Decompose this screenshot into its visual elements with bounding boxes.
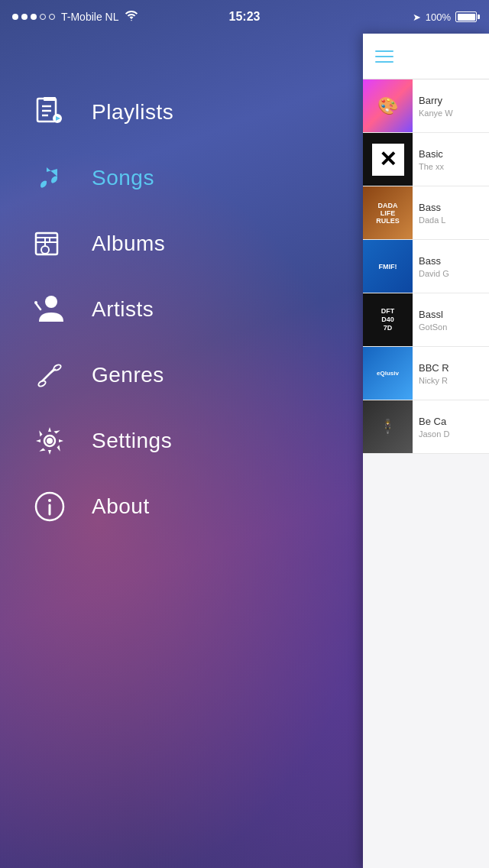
list-item[interactable]: eQlusiv BBC R Nicky R — [363, 347, 489, 400]
album-art-barry: 🎨 — [363, 79, 413, 133]
art-barry: 🎨 — [363, 79, 413, 133]
svg-point-21 — [47, 438, 53, 444]
list-item[interactable]: DADALIFERULES Bass Dada L — [363, 186, 489, 240]
battery-icon — [455, 11, 477, 22]
playlists-icon — [31, 93, 69, 131]
song-title: BBC R — [419, 362, 483, 374]
svg-point-10 — [41, 246, 49, 254]
status-left: T-Mobile NL — [12, 11, 138, 24]
song-info-barry: Barry Kanye W — [413, 90, 489, 122]
playlists-label: Playlists — [92, 100, 173, 125]
carrier-name: T-Mobile NL — [61, 11, 118, 23]
songs-label: Songs — [92, 166, 154, 190]
svg-line-14 — [36, 303, 40, 309]
svg-point-19 — [37, 380, 47, 387]
song-artist: Jason D — [419, 429, 483, 439]
song-info-dada: Bass Dada L — [413, 197, 489, 229]
sidebar-item-playlists[interactable]: Playlists — [0, 79, 359, 145]
sidebar-item-genres[interactable]: Genres — [0, 342, 359, 408]
albums-label: Albums — [92, 232, 165, 256]
hamburger-menu[interactable] — [375, 50, 393, 63]
x-mark-icon — [372, 144, 404, 176]
sidebar-item-songs[interactable]: Songs — [0, 145, 359, 211]
album-art-basic — [363, 133, 413, 186]
art-dft: DFTD407D — [363, 293, 413, 347]
song-list[interactable]: 🎨 Barry Kanye W Basic The xx DADALIFERUL… — [363, 79, 489, 868]
song-artist: GotSon — [419, 322, 483, 332]
album-art-beca: 🕴 — [363, 400, 413, 454]
song-artist: Nicky R — [419, 376, 483, 385]
signal-dot-4 — [40, 14, 46, 20]
art-basic — [363, 133, 413, 186]
signal-dot-3 — [31, 14, 37, 20]
song-artist: Dada L — [419, 215, 483, 225]
panel-header — [363, 34, 489, 79]
sidebar-item-artists[interactable]: Artists — [0, 277, 359, 342]
svg-rect-1 — [44, 97, 56, 101]
list-item[interactable]: FMIF! Bass David G — [363, 240, 489, 293]
song-title: Be Ca — [419, 416, 483, 427]
signal-dot-1 — [12, 14, 18, 20]
svg-point-24 — [48, 499, 51, 502]
song-artist: Kanye W — [419, 108, 483, 118]
signal-dots — [12, 14, 55, 20]
sidebar-menu: Playlists Songs Albums — [0, 34, 359, 868]
art-beca: 🕴 — [363, 400, 413, 454]
artists-label: Artists — [92, 297, 154, 322]
song-title: Bassl — [419, 309, 483, 320]
song-title: Bass — [419, 255, 483, 267]
song-info-beca: Be Ca Jason D — [413, 411, 489, 443]
list-item[interactable]: Basic The xx — [363, 133, 489, 186]
song-title: Barry — [419, 95, 483, 106]
album-art-dft: DFTD407D — [363, 293, 413, 347]
about-label: About — [92, 494, 150, 519]
sidebar-item-settings[interactable]: Settings — [0, 408, 359, 474]
list-item[interactable]: 🕴 Be Ca Jason D — [363, 400, 489, 454]
album-art-bass: FMIF! — [363, 240, 413, 293]
wifi-icon — [125, 11, 138, 24]
svg-point-15 — [34, 301, 37, 304]
art-bbc: eQlusiv — [363, 347, 413, 400]
svg-rect-7 — [36, 233, 57, 254]
list-item[interactable]: DFTD407D Bassl GotSon — [363, 293, 489, 347]
right-panel: 🎨 Barry Kanye W Basic The xx DADALIFERUL… — [363, 34, 489, 868]
song-info-bass: Bass David G — [413, 251, 489, 283]
settings-icon — [31, 422, 69, 460]
album-art-dada: DADALIFERULES — [363, 186, 413, 240]
song-artist: David G — [419, 269, 483, 278]
song-artist: The xx — [419, 162, 483, 171]
status-bar: T-Mobile NL 15:23 ➤ 100% — [0, 0, 489, 34]
status-right: ➤ 100% — [413, 11, 477, 23]
albums-icon — [31, 225, 69, 263]
battery-percent: 100% — [426, 11, 451, 23]
list-item[interactable]: 🎨 Barry Kanye W — [363, 79, 489, 133]
artists-icon — [31, 290, 69, 329]
genres-label: Genres — [92, 363, 164, 387]
genres-icon — [31, 356, 69, 394]
song-info-bbc: BBC R Nicky R — [413, 358, 489, 390]
signal-dot-2 — [21, 14, 28, 20]
sidebar-item-albums[interactable]: Albums — [0, 211, 359, 277]
status-time: 15:23 — [229, 10, 261, 24]
art-bass: FMIF! — [363, 240, 413, 293]
art-dada: DADALIFERULES — [363, 186, 413, 240]
song-info-basic: Basic The xx — [413, 144, 489, 176]
song-title: Bass — [419, 202, 483, 213]
song-title: Basic — [419, 148, 483, 160]
svg-point-13 — [45, 296, 57, 308]
hamburger-line-3 — [375, 61, 393, 63]
sidebar-item-about[interactable]: About — [0, 474, 359, 539]
hamburger-line-1 — [375, 50, 393, 52]
location-icon: ➤ — [413, 11, 421, 23]
settings-label: Settings — [92, 429, 172, 453]
album-art-bbc: eQlusiv — [363, 347, 413, 400]
about-icon — [31, 487, 69, 526]
battery-fill — [458, 14, 475, 21]
songs-icon — [31, 159, 69, 197]
hamburger-line-2 — [375, 56, 393, 57]
song-info-dft: Bassl GotSon — [413, 304, 489, 336]
signal-dot-5 — [49, 14, 55, 20]
battery-container — [455, 11, 477, 22]
